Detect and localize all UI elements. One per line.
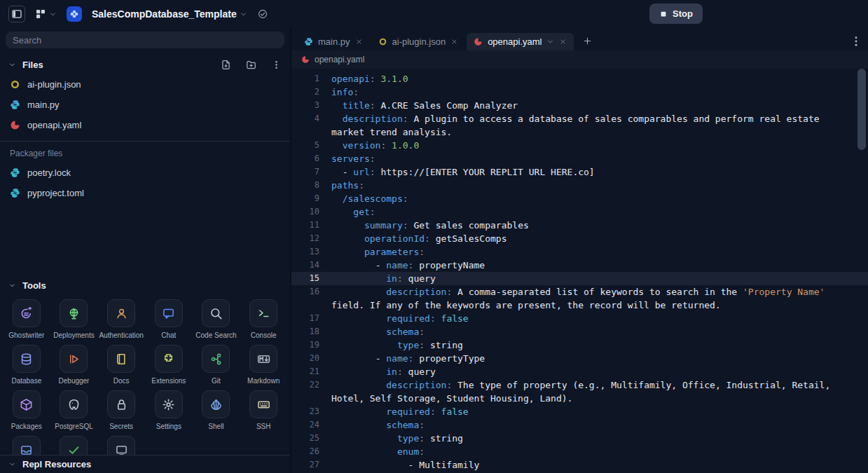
new-file-icon[interactable] xyxy=(221,60,231,70)
code-line-22[interactable]: 22 description: The type of property (e.… xyxy=(291,378,868,405)
tool-tile[interactable] xyxy=(249,299,277,327)
code-line-4[interactable]: 4 description: A plugin to access a data… xyxy=(291,112,868,139)
tool-chat[interactable]: Chat xyxy=(145,299,193,339)
tool-tile[interactable] xyxy=(107,299,135,327)
code-line-26[interactable]: 26 enum: xyxy=(291,445,868,458)
tool-tile[interactable] xyxy=(202,345,230,373)
sidebar-toggle-button[interactable] xyxy=(8,6,25,22)
tool-tile[interactable] xyxy=(155,299,183,327)
tool-secrets[interactable]: Secrets xyxy=(97,390,145,430)
code-line-2[interactable]: 2info: xyxy=(291,85,868,99)
tool-ssh[interactable]: SSH xyxy=(240,390,287,430)
code-line-10[interactable]: 10 get: xyxy=(291,205,868,219)
tab-ai-plugin.json[interactable]: ai-plugin.json xyxy=(371,33,466,50)
close-tab-icon[interactable] xyxy=(450,38,458,46)
new-tab-button[interactable] xyxy=(579,33,595,48)
file-item-main.py[interactable]: main.py xyxy=(0,95,290,115)
tab-openapi.yaml[interactable]: openapi.yaml xyxy=(467,33,574,50)
tool-docs[interactable]: Docs xyxy=(97,345,145,385)
code-line-11[interactable]: 11 summary: Get sales comparables xyxy=(291,219,868,232)
code-line-9[interactable]: 9 /salescomps: xyxy=(291,192,868,205)
code-line-17[interactable]: 17 required: false xyxy=(291,312,868,325)
file-item-openapi.yaml[interactable]: openapi.yaml xyxy=(0,115,290,135)
repl-resources-header[interactable]: Repl Resources xyxy=(0,455,290,473)
tool-tile[interactable] xyxy=(107,436,135,455)
file-item-poetry.lock[interactable]: poetry.lock xyxy=(0,163,290,183)
code-line-13[interactable]: 13 parameters: xyxy=(291,245,868,259)
json-file-icon xyxy=(378,37,387,46)
tool-console[interactable]: Console xyxy=(240,299,287,339)
file-item-pyproject.toml[interactable]: pyproject.toml xyxy=(0,183,290,203)
vertical-scrollbar[interactable] xyxy=(857,69,866,150)
search-input[interactable] xyxy=(13,35,277,46)
code-line-18[interactable]: 18 schema: xyxy=(291,325,868,338)
code-line-12[interactable]: 12 operationId: getSalesComps xyxy=(291,232,868,245)
tool-tile[interactable] xyxy=(249,345,277,373)
tool-tile[interactable] xyxy=(13,436,41,455)
code-line-7[interactable]: 7 - url: https://[ENTER YOUR REPLIT URL … xyxy=(291,165,868,179)
files-section-header[interactable]: Files xyxy=(0,55,290,74)
tool-tile[interactable] xyxy=(202,390,230,418)
code-line-16[interactable]: 16 description: A comma-separated list o… xyxy=(291,285,868,312)
tool-output[interactable] xyxy=(97,436,145,455)
code-line-6[interactable]: 6servers: xyxy=(291,152,868,165)
workspace-switcher-button[interactable] xyxy=(32,6,60,22)
breadcrumb[interactable]: openapi.yaml xyxy=(291,50,868,69)
tools-section-header[interactable]: Tools xyxy=(0,276,290,295)
search-box[interactable] xyxy=(6,32,284,48)
tool-tile[interactable] xyxy=(155,345,183,373)
stop-button[interactable]: Stop xyxy=(649,4,703,24)
editor-menu-icon[interactable] xyxy=(850,35,862,48)
tool-markdown[interactable]: Markdown xyxy=(240,345,287,385)
code-line-23[interactable]: 23 required: false xyxy=(291,405,868,418)
code-line-5[interactable]: 5 version: 1.0.0 xyxy=(291,139,868,152)
tool-tile[interactable] xyxy=(107,390,135,418)
code-line-15[interactable]: 15 in: query xyxy=(291,272,868,285)
code-editor[interactable]: 1openapi: 3.1.02info:3 title: A.CRE Sale… xyxy=(291,69,868,473)
tool-settings[interactable]: Settings xyxy=(145,390,193,430)
tool-tile[interactable] xyxy=(249,390,277,418)
tool-extensions[interactable]: Extensions xyxy=(145,345,193,385)
tool-code-search[interactable]: Code Search xyxy=(193,299,240,339)
code-line-24[interactable]: 24 schema: xyxy=(291,418,868,432)
tool-tile[interactable] xyxy=(13,345,41,373)
code-line-21[interactable]: 21 in: query xyxy=(291,365,868,378)
files-menu-icon[interactable] xyxy=(271,60,282,70)
tool-debugger[interactable]: Debugger xyxy=(50,345,98,385)
project-name-menu[interactable]: SalesCompDatabase_Template xyxy=(89,6,250,22)
tool-tests[interactable] xyxy=(50,436,98,455)
tool-tile[interactable] xyxy=(155,390,183,418)
code-line-8[interactable]: 8paths: xyxy=(291,179,868,192)
breadcrumb-filename: openapi.yaml xyxy=(315,55,364,64)
code-line-3[interactable]: 3 title: A.CRE Sales Comp Analyzer xyxy=(291,99,868,112)
tool-database[interactable]: Database xyxy=(3,345,50,385)
tool-deployments[interactable]: Deployments xyxy=(50,299,98,339)
tool-tile[interactable] xyxy=(60,299,88,327)
tool-tile[interactable] xyxy=(60,390,88,418)
tool-authentication[interactable]: Authentication xyxy=(97,299,145,339)
code-line-19[interactable]: 19 type: string xyxy=(291,338,868,352)
chevron-down-icon[interactable] xyxy=(546,38,554,46)
tool-ghostwriter[interactable]: Ghostwriter xyxy=(3,299,50,339)
code-line-20[interactable]: 20 - name: propertyType xyxy=(291,352,868,365)
code-line-14[interactable]: 14 - name: propertyName xyxy=(291,259,868,272)
code-line-27[interactable]: 27 - Multifamily xyxy=(291,458,868,472)
tool-git[interactable]: Git xyxy=(193,345,240,385)
tool-tile[interactable] xyxy=(107,345,135,373)
tool-tile[interactable] xyxy=(13,390,41,418)
file-item-ai-plugin.json[interactable]: ai-plugin.json xyxy=(0,74,290,95)
close-tab-icon[interactable] xyxy=(355,38,363,46)
code-line-25[interactable]: 25 type: string xyxy=(291,432,868,445)
tool-tile[interactable] xyxy=(202,299,230,327)
close-tab-icon[interactable] xyxy=(559,38,567,46)
tool-webview[interactable] xyxy=(3,436,50,455)
tool-tile[interactable] xyxy=(13,299,41,327)
code-line-1[interactable]: 1openapi: 3.1.0 xyxy=(291,72,868,85)
tool-tile[interactable] xyxy=(60,436,88,455)
tool-postgresql[interactable]: PostgreSQL xyxy=(50,390,98,430)
tool-tile[interactable] xyxy=(60,345,88,373)
new-folder-icon[interactable] xyxy=(246,60,256,70)
tab-main.py[interactable]: main.py xyxy=(297,33,370,50)
tool-packages[interactable]: Packages xyxy=(3,390,50,430)
tool-shell[interactable]: Shell xyxy=(193,390,240,430)
